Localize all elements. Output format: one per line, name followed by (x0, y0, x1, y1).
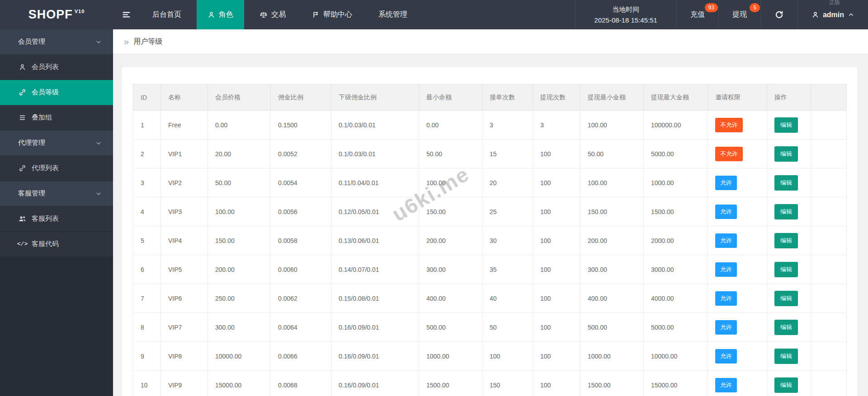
cell-actions: 编辑 (767, 342, 811, 371)
cell-min-withdraw: 500.00 (580, 313, 644, 342)
edit-button[interactable]: 编辑 (774, 320, 798, 335)
cell-sub-commission: 0.12/0.05/0.01 (331, 197, 419, 226)
sidebar-item-member-list[interactable]: 会员列表 (0, 55, 113, 80)
cell-actions: 编辑 (767, 255, 811, 284)
cell-invite-permission: 允许 (708, 168, 767, 197)
cell-id: 5 (133, 226, 161, 255)
invite-permission-badge: 允许 (715, 262, 737, 277)
invite-permission-badge: 允许 (715, 233, 737, 248)
edit-button[interactable]: 编辑 (774, 233, 798, 248)
nav-item-label: 系统管理 (378, 10, 407, 19)
sidebar-item-member-level[interactable]: 会员等级 (0, 80, 113, 105)
chevron-down-icon (95, 190, 102, 197)
cell-price: 300.00 (208, 313, 271, 342)
cell-commission: 0.0066 (271, 342, 331, 371)
cell-withdraw-count: 100 (533, 197, 580, 226)
cell-id: 9 (133, 342, 161, 371)
invite-permission-badge: 允许 (715, 291, 737, 306)
cell-min-balance: 0.00 (419, 111, 482, 140)
user-icon (811, 11, 819, 19)
edit-button[interactable]: 编辑 (774, 175, 798, 191)
edit-button[interactable]: 编辑 (774, 146, 798, 162)
stack-icon (18, 114, 27, 121)
sidebar-group-agent-management[interactable]: 代理管理 (0, 130, 113, 156)
sidebar-group-member-management[interactable]: 会员管理 (0, 29, 113, 55)
cell-invite-permission: 允许 (708, 226, 767, 255)
cell-sub-commission: 0.1/0.03/0.01 (331, 140, 419, 168)
nav-item-trade[interactable]: 交易 (249, 0, 297, 29)
col-header-order-count: 接单次数 (482, 84, 533, 111)
col-header-name: 名称 (161, 84, 208, 111)
sidebar-item-label: 代理列表 (32, 164, 59, 172)
col-header-empty (811, 84, 847, 111)
cell-commission: 0.0054 (271, 168, 331, 197)
sidebar-item-support-list[interactable]: 客服列表 (0, 206, 113, 232)
page-title: 用户等级 (133, 37, 162, 47)
cell-orders: 15 (482, 140, 533, 168)
edit-button[interactable]: 编辑 (774, 262, 798, 277)
nav-item-roles[interactable]: 角色 (197, 0, 244, 29)
col-header-min-withdraw: 提现最小金额 (580, 84, 644, 111)
cell-sub-commission: 0.16/0.09/0.01 (331, 313, 419, 342)
cell-min-balance: 400.00 (419, 284, 482, 313)
edit-button[interactable]: 编辑 (774, 349, 798, 364)
cell-min-balance: 300.00 (419, 255, 482, 284)
sidebar-item-stack-group[interactable]: 叠加组 (0, 105, 113, 130)
invite-permission-badge: 允许 (715, 205, 737, 219)
edit-button[interactable]: 编辑 (774, 117, 798, 133)
cell-commission: 0.0052 (271, 140, 331, 168)
cell-orders: 35 (482, 255, 533, 284)
main-content: » 用户等级 ID 名称 会员价格 佣金比例 下级佣金比例 最小余额 接单次数 (113, 0, 868, 396)
nav-item-help-center[interactable]: 帮助中心 (301, 0, 363, 29)
recharge-button[interactable]: 充值 93 (676, 0, 718, 29)
cell-withdraw-count: 3 (533, 111, 580, 140)
hamburger-icon (122, 10, 131, 19)
cell-actions: 编辑 (767, 226, 811, 255)
cell-sub-commission: 0.16/0.09/0.01 (331, 342, 419, 371)
refresh-button[interactable] (760, 0, 797, 29)
cell-actions: 编辑 (767, 140, 811, 168)
table-row: 7VIP6250.000.00620.15/0.08/0.01400.00401… (133, 284, 847, 313)
cell-id: 3 (133, 168, 161, 197)
col-header-id: ID (133, 84, 161, 111)
cell-price: 10000.00 (208, 342, 271, 371)
table-row: 5VIP4150.000.00580.13/0.06/0.01200.00301… (133, 226, 847, 255)
sidebar-group-support-management[interactable]: 客服管理 (0, 181, 113, 206)
col-header-sub-commission: 下级佣金比例 (331, 84, 419, 111)
invite-permission-badge: 允许 (715, 176, 737, 190)
edit-button[interactable]: 编辑 (774, 204, 798, 219)
breadcrumb-chevrons-icon: » (124, 37, 129, 47)
nav-item-dashboard[interactable]: 后台首页 (142, 0, 192, 29)
withdraw-button[interactable]: 提现 5 (718, 0, 760, 29)
cell-max-withdraw: 1500.00 (644, 197, 708, 226)
table-row: 1Free0.000.15000.1/0.03/0.010.0033100.00… (133, 111, 847, 140)
cell-min-withdraw: 300.00 (580, 255, 644, 284)
invite-permission-badge: 允许 (715, 320, 737, 335)
cell-price: 50.00 (208, 168, 271, 197)
cell-orders: 3 (482, 111, 533, 140)
sidebar-item-support-code[interactable]: </> 客服代码 (0, 232, 113, 257)
edit-button[interactable]: 编辑 (774, 377, 798, 393)
cell-price: 15000.00 (208, 371, 271, 396)
cell-orders: 150 (482, 371, 533, 396)
cell-withdraw-count: 100 (533, 342, 580, 371)
local-time-label: 当地时间 (612, 4, 639, 14)
sidebar-toggle-button[interactable] (113, 0, 139, 29)
table-row: 3VIP250.000.00540.11/0.04/0.01100.002010… (133, 168, 847, 197)
nav-item-label: 帮助中心 (323, 10, 352, 19)
cell-actions: 编辑 (767, 168, 811, 197)
edit-button[interactable]: 编辑 (774, 291, 798, 306)
sidebar: 会员管理 会员列表 会员等级 叠加组 代理管理 代理列表 客服管理 (0, 29, 113, 396)
local-time-value: 2025-08-18 15:45:51 (594, 15, 657, 25)
cell-invite-permission: 不允许 (708, 140, 767, 168)
cell-max-withdraw: 5000.00 (644, 140, 708, 168)
table-row: 4VIP3100.000.00560.12/0.05/0.01150.00251… (133, 197, 847, 226)
user-level-table: ID 名称 会员价格 佣金比例 下级佣金比例 最小余额 接单次数 提现次数 提现… (133, 84, 847, 396)
cell-min-balance: 1000.00 (419, 342, 482, 371)
nav-item-system-settings[interactable]: 系统管理 (368, 0, 418, 29)
cell-commission: 0.0068 (271, 371, 331, 396)
cell-min-withdraw: 1000.00 (580, 342, 644, 371)
sidebar-item-agent-list[interactable]: 代理列表 (0, 156, 113, 181)
col-header-commission: 佣金比例 (271, 84, 331, 111)
cell-max-withdraw: 4000.00 (644, 284, 708, 313)
